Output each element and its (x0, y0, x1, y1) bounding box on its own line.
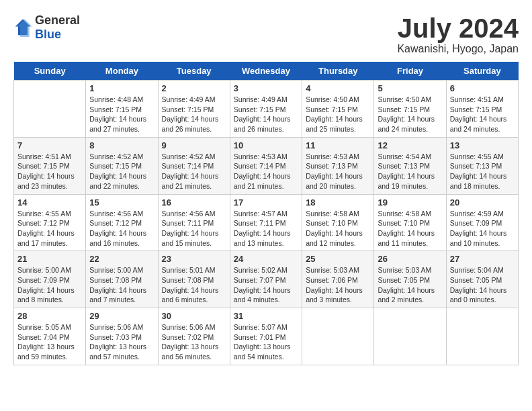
day-info: Sunrise: 4:58 AMSunset: 7:10 PMDaylight:… (378, 209, 442, 248)
header: General Blue July 2024 Kawanishi, Hyogo,… (13, 13, 519, 55)
day-number: 4 (306, 83, 370, 93)
day-info: Sunrise: 4:52 AMSunset: 7:15 PMDaylight:… (89, 152, 154, 191)
day-number: 3 (234, 83, 298, 93)
header-friday: Friday (374, 62, 446, 81)
day-info: Sunrise: 4:56 AMSunset: 7:11 PMDaylight:… (162, 209, 226, 248)
day-info: Sunrise: 5:02 AMSunset: 7:07 PMDaylight:… (234, 265, 298, 305)
day-number: 20 (450, 197, 515, 208)
day-number: 7 (17, 140, 82, 150)
table-cell: 21 Sunrise: 5:00 AMSunset: 7:09 PMDaylig… (14, 251, 86, 308)
table-cell: 23 Sunrise: 5:01 AMSunset: 7:08 PMDaylig… (158, 251, 230, 308)
header-sunday: Sunday (14, 62, 86, 81)
table-cell: 10 Sunrise: 4:53 AMSunset: 7:14 PMDaylig… (230, 137, 302, 194)
logo-blue: Blue (35, 28, 61, 41)
day-info: Sunrise: 5:00 AMSunset: 7:09 PMDaylight:… (17, 265, 82, 305)
day-info: Sunrise: 5:04 AMSunset: 7:05 PMDaylight:… (450, 265, 515, 305)
week-row-5: 28 Sunrise: 5:05 AMSunset: 7:04 PMDaylig… (14, 308, 519, 365)
day-info: Sunrise: 4:50 AMSunset: 7:15 PMDaylight:… (378, 95, 442, 134)
table-cell: 7 Sunrise: 4:51 AMSunset: 7:15 PMDayligh… (14, 137, 86, 194)
table-cell: 3 Sunrise: 4:49 AMSunset: 7:15 PMDayligh… (230, 81, 302, 138)
day-info: Sunrise: 4:55 AMSunset: 7:12 PMDaylight:… (17, 209, 82, 248)
header-row: Sunday Monday Tuesday Wednesday Thursday… (14, 62, 519, 81)
day-info: Sunrise: 4:51 AMSunset: 7:15 PMDaylight:… (450, 95, 515, 134)
day-number: 13 (450, 140, 515, 150)
day-info: Sunrise: 5:07 AMSunset: 7:01 PMDaylight:… (234, 322, 298, 362)
day-number: 21 (17, 254, 82, 264)
table-cell: 28 Sunrise: 5:05 AMSunset: 7:04 PMDaylig… (14, 308, 86, 365)
day-number: 14 (17, 197, 82, 208)
table-cell: 25 Sunrise: 5:03 AMSunset: 7:06 PMDaylig… (302, 251, 374, 308)
table-cell: 5 Sunrise: 4:50 AMSunset: 7:15 PMDayligh… (374, 81, 446, 138)
day-number: 30 (162, 311, 226, 321)
day-info: Sunrise: 4:49 AMSunset: 7:15 PMDaylight:… (234, 95, 298, 134)
week-row-3: 14 Sunrise: 4:55 AMSunset: 7:12 PMDaylig… (14, 194, 519, 251)
day-number: 29 (89, 311, 154, 321)
day-info: Sunrise: 4:57 AMSunset: 7:11 PMDaylight:… (234, 209, 298, 248)
day-number: 25 (306, 254, 370, 264)
day-number: 6 (450, 83, 515, 93)
day-info: Sunrise: 4:51 AMSunset: 7:15 PMDaylight:… (17, 152, 82, 191)
table-cell: 4 Sunrise: 4:50 AMSunset: 7:15 PMDayligh… (302, 81, 374, 138)
day-info: Sunrise: 5:01 AMSunset: 7:08 PMDaylight:… (162, 265, 226, 305)
logo-text: General Blue (35, 13, 80, 42)
day-number: 9 (162, 140, 226, 150)
table-cell: 29 Sunrise: 5:06 AMSunset: 7:03 PMDaylig… (86, 308, 158, 365)
table-cell: 22 Sunrise: 5:00 AMSunset: 7:08 PMDaylig… (86, 251, 158, 308)
table-cell: 31 Sunrise: 5:07 AMSunset: 7:01 PMDaylig… (230, 308, 302, 365)
table-cell: 27 Sunrise: 5:04 AMSunset: 7:05 PMDaylig… (446, 251, 518, 308)
table-cell: 15 Sunrise: 4:56 AMSunset: 7:12 PMDaylig… (86, 194, 158, 251)
day-number: 11 (306, 140, 370, 150)
day-info: Sunrise: 4:56 AMSunset: 7:12 PMDaylight:… (89, 209, 154, 248)
day-info: Sunrise: 5:06 AMSunset: 7:02 PMDaylight:… (162, 322, 226, 362)
table-cell: 11 Sunrise: 4:53 AMSunset: 7:13 PMDaylig… (302, 137, 374, 194)
day-number: 22 (89, 254, 154, 264)
table-cell: 16 Sunrise: 4:56 AMSunset: 7:11 PMDaylig… (158, 194, 230, 251)
table-cell: 9 Sunrise: 4:52 AMSunset: 7:14 PMDayligh… (158, 137, 230, 194)
day-info: Sunrise: 4:50 AMSunset: 7:15 PMDaylight:… (306, 95, 370, 134)
header-tuesday: Tuesday (158, 62, 230, 81)
day-number: 31 (234, 311, 298, 321)
logo-icon (13, 18, 32, 37)
month-title: July 2024 (397, 13, 519, 43)
location-title: Kawanishi, Hyogo, Japan (397, 43, 519, 55)
table-cell: 6 Sunrise: 4:51 AMSunset: 7:15 PMDayligh… (446, 81, 518, 138)
day-info: Sunrise: 5:05 AMSunset: 7:04 PMDaylight:… (17, 322, 82, 362)
day-info: Sunrise: 5:06 AMSunset: 7:03 PMDaylight:… (89, 322, 154, 362)
day-info: Sunrise: 4:48 AMSunset: 7:15 PMDaylight:… (89, 95, 154, 134)
day-number: 26 (378, 254, 442, 264)
table-cell: 30 Sunrise: 5:06 AMSunset: 7:02 PMDaylig… (158, 308, 230, 365)
header-wednesday: Wednesday (230, 62, 302, 81)
header-saturday: Saturday (446, 62, 518, 81)
table-cell: 12 Sunrise: 4:54 AMSunset: 7:13 PMDaylig… (374, 137, 446, 194)
day-info: Sunrise: 5:03 AMSunset: 7:06 PMDaylight:… (306, 265, 370, 305)
day-info: Sunrise: 4:58 AMSunset: 7:10 PMDaylight:… (306, 209, 370, 248)
day-number: 15 (89, 197, 154, 208)
day-number: 27 (450, 254, 515, 264)
day-number: 12 (378, 140, 442, 150)
table-cell (374, 308, 446, 365)
day-number: 18 (306, 197, 370, 208)
table-cell: 26 Sunrise: 5:03 AMSunset: 7:05 PMDaylig… (374, 251, 446, 308)
day-number: 23 (162, 254, 226, 264)
day-info: Sunrise: 4:55 AMSunset: 7:13 PMDaylight:… (450, 152, 515, 191)
day-info: Sunrise: 4:54 AMSunset: 7:13 PMDaylight:… (378, 152, 442, 191)
table-cell (446, 308, 518, 365)
week-row-4: 21 Sunrise: 5:00 AMSunset: 7:09 PMDaylig… (14, 251, 519, 308)
day-number: 28 (17, 311, 82, 321)
day-number: 16 (162, 197, 226, 208)
calendar-table: Sunday Monday Tuesday Wednesday Thursday… (13, 62, 519, 365)
table-cell (302, 308, 374, 365)
table-cell: 8 Sunrise: 4:52 AMSunset: 7:15 PMDayligh… (86, 137, 158, 194)
week-row-1: 1 Sunrise: 4:48 AMSunset: 7:15 PMDayligh… (14, 81, 519, 138)
table-cell: 17 Sunrise: 4:57 AMSunset: 7:11 PMDaylig… (230, 194, 302, 251)
table-cell: 19 Sunrise: 4:58 AMSunset: 7:10 PMDaylig… (374, 194, 446, 251)
week-row-2: 7 Sunrise: 4:51 AMSunset: 7:15 PMDayligh… (14, 137, 519, 194)
day-info: Sunrise: 4:53 AMSunset: 7:13 PMDaylight:… (306, 152, 370, 191)
day-number: 2 (162, 83, 226, 93)
day-info: Sunrise: 4:52 AMSunset: 7:14 PMDaylight:… (162, 152, 226, 191)
day-number: 5 (378, 83, 442, 93)
header-thursday: Thursday (302, 62, 374, 81)
table-cell: 20 Sunrise: 4:59 AMSunset: 7:09 PMDaylig… (446, 194, 518, 251)
day-info: Sunrise: 4:49 AMSunset: 7:15 PMDaylight:… (162, 95, 226, 134)
day-info: Sunrise: 4:59 AMSunset: 7:09 PMDaylight:… (450, 209, 515, 248)
